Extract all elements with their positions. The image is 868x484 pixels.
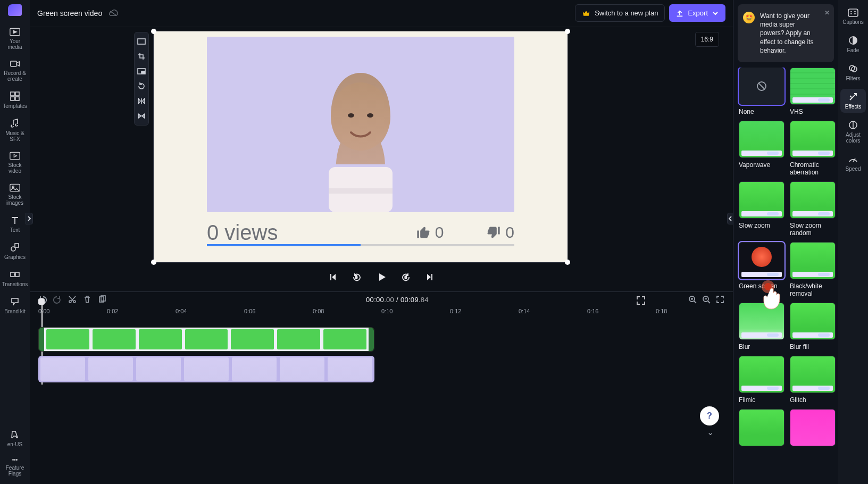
- rail-your-media[interactable]: Your media: [2, 24, 28, 53]
- effect-blur-fill[interactable]: Blur fill: [790, 303, 836, 351]
- close-icon[interactable]: ✕: [824, 9, 830, 17]
- switch-plan-button[interactable]: Switch to a new plan: [575, 4, 665, 22]
- left-rail-expand[interactable]: [26, 213, 33, 224]
- time-readout: 00:00.00 / 00:09.84: [113, 296, 682, 304]
- svg-rect-1: [11, 61, 17, 66]
- prev-frame-button[interactable]: [325, 270, 340, 285]
- effect-none[interactable]: None: [739, 68, 784, 115]
- rail-stock-video[interactable]: Stock video: [2, 148, 28, 177]
- rail-music[interactable]: Music & SFX: [2, 115, 28, 145]
- fullscreen-button[interactable]: [636, 296, 646, 305]
- effect-extra-2[interactable]: [790, 409, 836, 449]
- flip-v-icon[interactable]: [137, 111, 146, 121]
- fit-icon[interactable]: [137, 37, 146, 46]
- rail-lang[interactable]: en-US: [2, 427, 28, 450]
- playhead[interactable]: [38, 298, 46, 305]
- rail-stock-images[interactable]: Stock images: [2, 180, 28, 209]
- effect-chromatic[interactable]: Chromatic aberration: [790, 121, 836, 176]
- export-button[interactable]: Export: [669, 4, 725, 22]
- help-button[interactable]: ?: [700, 406, 719, 425]
- panel-collapse[interactable]: [727, 213, 733, 224]
- effect-vhs[interactable]: VHS: [790, 68, 836, 115]
- selection-handle[interactable]: [151, 29, 156, 34]
- rail-fade[interactable]: Fade: [840, 32, 866, 56]
- effect-blur[interactable]: Blur: [739, 303, 784, 351]
- selection-handle[interactable]: [565, 260, 570, 265]
- templates-icon: [10, 91, 20, 101]
- rail-templates[interactable]: Templates: [2, 88, 28, 112]
- svg-point-23: [73, 301, 76, 303]
- flip-h-icon[interactable]: [137, 96, 146, 106]
- effect-slow-zoom-random[interactable]: Slow zoom random: [790, 181, 836, 237]
- pip-icon[interactable]: [137, 66, 146, 76]
- views-text: 0 views: [207, 221, 278, 245]
- svg-rect-10: [15, 244, 19, 247]
- tip-text: Want to give your media super powers? Ap…: [760, 12, 814, 54]
- svg-point-18: [348, 113, 354, 118]
- left-rail: Your media Record & create Templates Mus…: [0, 0, 30, 484]
- effect-glitch[interactable]: Glitch: [790, 356, 836, 404]
- effect-extra-1[interactable]: [739, 409, 784, 449]
- rail-label: Record & create: [2, 70, 28, 82]
- effects-grid[interactable]: None VHS Vaporwave Chromatic aberration: [733, 68, 838, 461]
- app-logo: [8, 4, 22, 16]
- record-icon: [10, 60, 20, 68]
- rail-record[interactable]: Record & create: [2, 56, 28, 85]
- help-collapse[interactable]: ⌄: [707, 427, 714, 437]
- play-button[interactable]: [374, 270, 389, 285]
- sync-status-icon: [108, 10, 118, 17]
- time-ruler[interactable]: 0:00 0:02 0:04 0:06 0:08 0:10 0:12 0:14 …: [38, 308, 724, 321]
- upload-icon: [676, 10, 683, 17]
- like-count: 0: [416, 223, 444, 241]
- fit-timeline-button[interactable]: [716, 295, 724, 304]
- effects-icon: [848, 92, 858, 102]
- cut-button[interactable]: [68, 295, 77, 304]
- rail-captions[interactable]: Captions: [840, 5, 866, 28]
- rail-filters[interactable]: Filters: [840, 61, 866, 85]
- project-title[interactable]: Green screen video: [37, 9, 102, 18]
- zoom-in-button[interactable]: [688, 295, 697, 304]
- rail-brand-kit[interactable]: Brand kit: [2, 294, 28, 318]
- svg-rect-12: [15, 272, 19, 277]
- effect-green-screen[interactable]: Green screen: [739, 242, 784, 297]
- clip-handle-right[interactable]: [369, 328, 374, 351]
- crop-icon[interactable]: [137, 52, 146, 61]
- text-icon: [10, 215, 20, 225]
- rail-transitions[interactable]: Transitions: [2, 266, 28, 290]
- rewind-button[interactable]: 5: [349, 270, 364, 285]
- effect-vaporwave[interactable]: Vaporwave: [739, 121, 784, 176]
- selection-handle[interactable]: [151, 260, 156, 265]
- app-header: Green screen video Switch to a new plan …: [30, 0, 733, 27]
- rail-text[interactable]: Text: [2, 212, 28, 236]
- svg-rect-3: [15, 92, 19, 96]
- effect-filmic[interactable]: Filmic: [739, 356, 784, 404]
- redo-button[interactable]: [53, 295, 62, 304]
- rail-graphics[interactable]: Graphics: [2, 239, 28, 263]
- delete-button[interactable]: [83, 295, 91, 304]
- rail-effects[interactable]: Effects: [840, 89, 866, 113]
- rail-label: Text: [10, 227, 20, 233]
- filters-icon: [848, 64, 858, 73]
- preview-canvas[interactable]: 0 views 0 0: [153, 31, 568, 263]
- clip-handle-left[interactable]: [39, 328, 44, 351]
- zoom-out-button[interactable]: [702, 295, 711, 304]
- rail-adjust[interactable]: Adjust colors: [840, 117, 866, 147]
- emoji-icon: 🤩: [743, 12, 755, 23]
- progress-bar: [207, 244, 514, 246]
- rail-label: Feature Flags: [2, 465, 28, 477]
- duplicate-button[interactable]: [98, 295, 106, 304]
- rail-speed[interactable]: Speed: [840, 151, 866, 175]
- rail-label: en-US: [7, 441, 22, 447]
- svg-rect-4: [11, 97, 14, 101]
- svg-text:5: 5: [355, 276, 357, 279]
- effect-slow-zoom[interactable]: Slow zoom: [739, 181, 784, 237]
- selection-handle[interactable]: [565, 29, 570, 34]
- next-frame-button[interactable]: [423, 270, 438, 285]
- effect-bw-removal[interactable]: Black/white removal: [790, 242, 836, 297]
- rotate-icon[interactable]: [137, 81, 146, 91]
- clip-overlay[interactable]: 3D animation of a key green screen video…: [38, 327, 374, 352]
- adjust-icon: [848, 120, 858, 130]
- clip-video[interactable]: [38, 356, 374, 382]
- forward-button[interactable]: 5: [398, 270, 413, 285]
- rail-flags[interactable]: ••• Feature Flags: [2, 454, 28, 480]
